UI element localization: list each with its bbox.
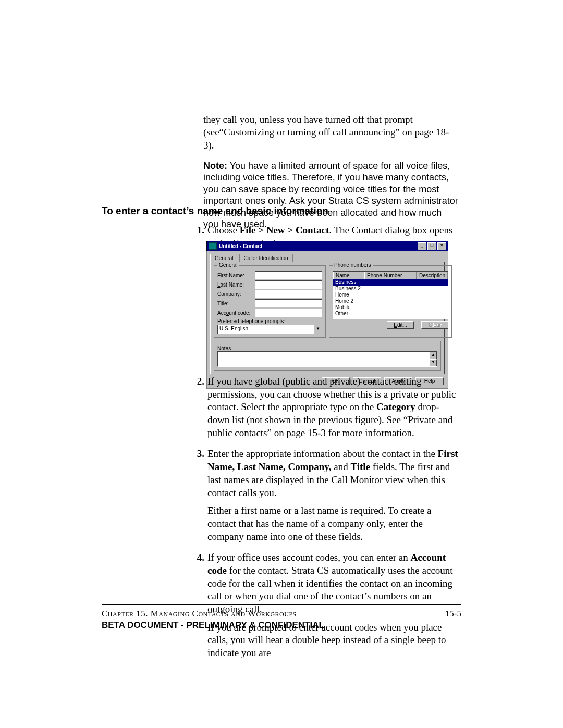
phone-row[interactable]: Business [333, 279, 448, 286]
phone-list-header: Name Phone Number Description [333, 272, 448, 279]
step-body: If you have global (public and private) … [207, 375, 459, 445]
step-3: 3. Enter the appropriate information abo… [192, 448, 459, 548]
phone-row[interactable]: Home [333, 292, 448, 298]
step-4: 4. If your office uses account codes, yo… [192, 551, 459, 665]
prompts-combo[interactable]: U.S. English ▼ [217, 325, 322, 334]
dialog-body: General Caller Identification General Fi… [206, 251, 448, 389]
notes-scrollbar[interactable]: ▲ ▼ [430, 352, 437, 366]
step-text: Enter the appropriate information about … [207, 448, 438, 459]
last-name-input[interactable] [255, 280, 322, 289]
tab-caller-id[interactable]: Caller Identification [239, 254, 293, 262]
close-button[interactable]: × [437, 242, 446, 250]
col-description[interactable]: Description [417, 272, 448, 279]
footer-chapter: Chapter 15. Managing Contacts and Workgr… [102, 609, 297, 619]
step-body: Enter the appropriate information about … [207, 448, 459, 548]
step-bold: Category [376, 401, 415, 412]
label-first-name: First Name: [217, 273, 255, 278]
footer-confidential: BETA DOCUMENT - PRELIMINARY & CONFIDENTI… [102, 620, 461, 631]
prompts-combo-text: U.S. English [218, 325, 314, 334]
step-2: 2. If you have global (public and privat… [192, 375, 459, 445]
company-input[interactable] [255, 290, 322, 298]
group-general: General First Name: Last Name: Company: [214, 265, 326, 338]
col-name[interactable]: Name [333, 272, 364, 279]
phone-number-list[interactable]: Name Phone Number Description Business B… [333, 271, 448, 319]
app-icon [209, 242, 217, 250]
tab-panel: General First Name: Last Name: Company: [210, 262, 445, 374]
step-para-2: Either a first name or a last name is re… [207, 504, 459, 543]
tab-general[interactable]: General [210, 254, 238, 262]
label-account-code: Account code: [217, 310, 255, 316]
first-name-input[interactable] [255, 271, 322, 279]
phone-row[interactable]: Other [333, 311, 448, 317]
clear-button: Clear [421, 321, 448, 329]
contact-dialog: Untitled - Contact _ □ × General Caller … [206, 241, 448, 389]
document-page: they call you, unless you have turned of… [0, 0, 563, 728]
step-bold-2: Title [350, 461, 370, 472]
step-body: If your office uses account codes, you c… [207, 551, 459, 665]
group-legend-notes: Notes [217, 346, 231, 351]
dialog-tabs: General Caller Identification [210, 253, 445, 262]
step-bold: File > New > Contact [240, 225, 329, 236]
note-body: You have a limited amount of space for a… [203, 161, 458, 230]
phone-row[interactable]: Business 2 [333, 286, 448, 292]
scroll-down-icon[interactable]: ▼ [430, 359, 437, 366]
label-last-name: Last Name: [217, 282, 255, 288]
label-prompts: Preferred telephone prompts: [217, 318, 322, 324]
label-title: Title: [217, 301, 255, 306]
intro-paragraph: they call you, unless you have turned of… [203, 114, 459, 152]
dialog-title: Untitled - Contact [219, 243, 262, 249]
step-number: 3. [192, 448, 207, 461]
step-text: If your office uses account codes, you c… [207, 552, 411, 563]
group-phone-numbers: Phone numbers Name Phone Number Descript… [329, 265, 452, 338]
account-code-input[interactable] [255, 309, 322, 317]
step-text-tail: for the contact. Strata CS automatically… [207, 565, 453, 614]
step-number: 1. [192, 224, 207, 237]
step-text-mid: and [332, 461, 351, 472]
group-notes: Notes ▲ ▼ [214, 341, 441, 371]
group-legend-phone: Phone numbers [333, 262, 373, 268]
label-company: Company: [217, 291, 255, 297]
footer-rule [102, 604, 461, 605]
section-subhead: To enter a contact’s name and basic info… [102, 205, 459, 217]
chevron-down-icon[interactable]: ▼ [314, 325, 322, 334]
step-number: 4. [192, 551, 207, 564]
edit-button[interactable]: Edit... [387, 321, 414, 329]
maximize-button[interactable]: □ [427, 242, 436, 250]
minimize-button[interactable]: _ [418, 242, 426, 250]
group-legend-general: General [217, 262, 239, 268]
note-block: Note: You have a limited amount of space… [203, 160, 459, 230]
note-label: Note: [203, 161, 227, 171]
title-input[interactable] [255, 299, 322, 307]
dialog-titlebar[interactable]: Untitled - Contact _ □ × [206, 241, 448, 251]
phone-row[interactable]: Home 2 [333, 298, 448, 304]
step-text: Choose [207, 225, 240, 236]
page-footer: Chapter 15. Managing Contacts and Workgr… [102, 609, 461, 619]
notes-textarea[interactable]: ▲ ▼ [217, 351, 437, 367]
scroll-up-icon[interactable]: ▲ [430, 352, 437, 359]
phone-row[interactable]: Mobile [333, 304, 448, 311]
step-number: 2. [192, 375, 207, 388]
footer-page-number: 15-5 [445, 609, 461, 619]
col-phone-number[interactable]: Phone Number [364, 272, 417, 279]
